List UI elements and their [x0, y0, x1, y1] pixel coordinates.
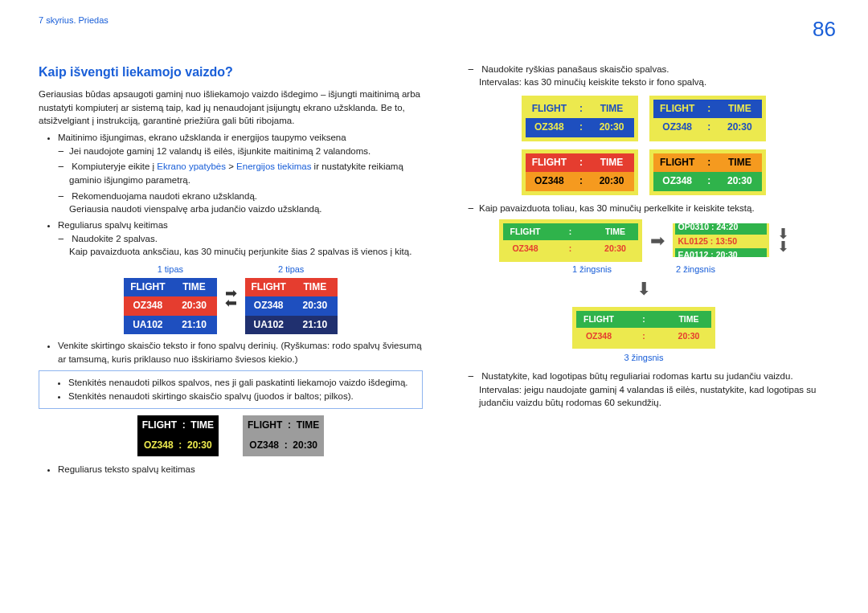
arrow-down-icon: ⬇: [452, 276, 836, 302]
scroll-row: EA0112 : 20:30: [675, 248, 767, 258]
caption-step1: 1 žingsnis: [572, 264, 612, 276]
link-power-supply[interactable]: Energijos tiekimas: [236, 161, 311, 171]
cell: :: [701, 172, 717, 190]
page-number: 86: [813, 14, 836, 45]
breadcrumb: 7 skyrius. Priedas: [39, 14, 108, 27]
cell: 20:30: [717, 172, 762, 190]
intro-text: Geriausias būdas apsaugoti gaminį nuo iš…: [39, 88, 423, 128]
bullet-power-off: Maitinimo išjungimas, ekrano užsklanda i…: [58, 131, 423, 216]
cell: FLIGHT: [142, 419, 177, 431]
caption-step2: 2 žingsnis: [676, 264, 715, 276]
flight-scroll-step2: OP0310 : 24:20 KL0125 : 13:50 EA0112 : 2…: [673, 223, 769, 257]
cell: OZ348: [144, 439, 174, 451]
cell: OZ348: [124, 296, 171, 315]
flight-table-type2: FLIGHTTIME OZ34820:30 UA10221:10: [245, 278, 338, 334]
flight-table-q1: FLIGHT:TIME OZ348:20:30: [526, 100, 634, 137]
cell: OZ348: [653, 172, 701, 190]
cell: 20:30: [666, 328, 711, 345]
text: Nustatykite, kad logotipas būtų reguliar…: [481, 371, 792, 381]
cell: FLIGHT: [576, 311, 621, 328]
cell: :: [182, 419, 186, 431]
callout-bw: Stenkitės nenaudoti skirtingo skaisčio s…: [68, 390, 416, 403]
cell: FLIGHT: [526, 153, 573, 172]
flight-table-black: FLIGHT : TIME OZ348 : 20:30: [137, 415, 219, 456]
cell: TIME: [717, 100, 762, 118]
cell: FLIGHT: [526, 100, 573, 118]
dash-12h: Jei naudojote gaminį 12 valandų iš eilės…: [69, 145, 423, 158]
cell: :: [288, 419, 291, 431]
cell: :: [621, 328, 666, 345]
cell: :: [621, 311, 666, 328]
text: Kompiuteryje eikite į: [72, 161, 157, 171]
flight-table-q4: FLIGHT:TIME OZ348:20:30: [653, 153, 762, 191]
text: Geriausia naudoti vienspalvę arba judanč…: [69, 204, 322, 214]
arrow-right-icon: ➡: [650, 228, 665, 254]
cell: TIME: [593, 223, 638, 240]
cell: :: [573, 118, 589, 137]
cell: OZ348: [249, 439, 279, 451]
scroll-row: KL0125 : 13:50: [675, 235, 767, 248]
cell: :: [548, 240, 593, 257]
cell: OZ348: [526, 172, 573, 190]
text: Intervalas: jeigu naudojate gaminį 4 val…: [479, 385, 816, 408]
dash-screen-props: Kompiuteryje eikite į Ekrano ypatybės > …: [69, 160, 423, 186]
cell: :: [178, 439, 182, 451]
figure-color-quad: FLIGHT:TIME OZ348:20:30 FLIGHT:TIME OZ34…: [452, 96, 836, 195]
bullet-text: Reguliarus spalvų keitimas: [58, 220, 168, 230]
cell: :: [573, 172, 589, 190]
left-column: Kaip išvengti liekamojo vaizdo? Geriausi…: [39, 63, 423, 479]
figure-type-1-2: 1 tipas FLIGHTTIME OZ34820:30 UA10221:10…: [39, 264, 423, 334]
text: Rekomenduojama naudoti ekrano užsklandą.: [72, 191, 257, 201]
cell: :: [701, 153, 717, 172]
text: Kaip pavaizduota anksčiau, kas 30 minuči…: [69, 247, 411, 256]
figure-step3: FLIGHT:TIME OZ348:20:30 3 žingsnis: [452, 307, 836, 365]
cell: UA102: [124, 316, 171, 334]
cell: :: [701, 100, 717, 118]
caption-type2: 2 tipas: [278, 264, 304, 276]
cell: UA102: [245, 316, 293, 334]
dash-move-text: Kaip pavaizduota toliau, kas 30 minučių …: [479, 202, 836, 215]
flight-table-type1: FLIGHTTIME OZ34820:30 UA10221:10: [124, 278, 216, 334]
dash-logo: Nustatykite, kad logotipas būtų reguliar…: [479, 370, 836, 410]
cell: :: [701, 118, 717, 137]
cell: 21:10: [172, 316, 217, 334]
cell: 21:10: [293, 316, 338, 334]
cell: 20:30: [589, 172, 634, 190]
bullet-text-color-change: Reguliarus teksto spalvų keitimas: [58, 463, 423, 476]
cell: 20:30: [717, 118, 762, 137]
bullet-avoid-brightness: Venkite skirtingo skaisčio teksto ir fon…: [58, 339, 423, 366]
callout-box: Stenkitės nenaudoti pilkos spalvos, nes …: [39, 370, 423, 408]
bullet-color-change: Reguliarus spalvų keitimas Naudokite 2 s…: [58, 219, 423, 259]
right-column: Naudokite ryškias panašaus skaisčio spal…: [452, 63, 836, 479]
dash-2colors: Naudokite 2 spalvas. Kaip pavaizduota an…: [69, 232, 423, 259]
cell: FLIGHT: [653, 153, 701, 172]
cell: :: [573, 100, 589, 118]
cell: TIME: [589, 153, 634, 172]
figure-steps-1-2: FLIGHT:TIME OZ348:20:30 ➡ OP0310 : 24:20…: [452, 219, 836, 261]
cell: FLIGHT: [248, 419, 282, 431]
cell: :: [573, 153, 589, 172]
cell: :: [285, 439, 288, 451]
cell: OZ348: [526, 118, 573, 137]
cell: 20:30: [172, 296, 217, 315]
scroll-row: OP0310 : 24:20: [675, 223, 767, 234]
cell: 20:30: [293, 296, 338, 315]
cell: 20:30: [293, 439, 317, 451]
th-flight: FLIGHT: [124, 278, 171, 296]
cell: TIME: [297, 419, 320, 431]
cell: OZ348: [576, 328, 621, 345]
swap-arrow-icon: ➡➡: [223, 289, 239, 308]
th-time: TIME: [293, 278, 338, 296]
cell: FLIGHT: [503, 223, 548, 240]
text: Intervalas: kas 30 minučių keiskite teks…: [479, 77, 706, 87]
text: Naudokite 2 spalvas.: [72, 234, 158, 243]
th-time: TIME: [172, 278, 217, 296]
bullet-text: Maitinimo išjungimas, ekrano užsklanda i…: [58, 133, 346, 142]
cell: OZ348: [245, 296, 293, 315]
flight-table-gray: FLIGHT : TIME OZ348 : 20:30: [243, 415, 324, 456]
link-screen-props[interactable]: Ekrano ypatybės: [157, 161, 226, 171]
sep: >: [226, 161, 236, 171]
flight-table-q2: FLIGHT:TIME OZ348:20:30: [653, 100, 762, 137]
figure-brightness-pair: FLIGHT : TIME OZ348 : 20:30 FLIGHT : TIM…: [39, 415, 423, 456]
cell: 20:30: [187, 439, 212, 451]
